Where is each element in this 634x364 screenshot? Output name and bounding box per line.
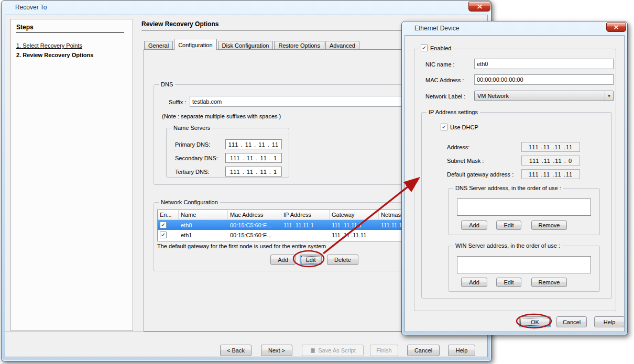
next-button[interactable]: Next > [261, 345, 292, 356]
cell-gateway: 111 .11 .11.11 [330, 232, 379, 238]
delete-button[interactable]: Delete [327, 255, 358, 265]
suffix-note: (Note : separate multiple suffixes with … [162, 113, 281, 119]
use-dhcp-label: Use DHCP [450, 124, 478, 130]
subnet-mask-label: Subnet Mask : [447, 158, 484, 164]
window-title: Recover To [15, 4, 47, 11]
dns-server-group-label: DNS Server address, in the order of use … [453, 185, 563, 191]
name-servers-group: Name Servers Primary DNS: 111 . 11 . 11 … [166, 128, 289, 178]
dns-remove-button[interactable]: Remove [531, 220, 567, 230]
close-icon[interactable] [468, 2, 490, 12]
steps-panel: Steps 1. Select Recovery Points 2. Revie… [10, 19, 133, 331]
dns-group-label: DNS [159, 81, 175, 87]
row-enabled-checkbox[interactable]: ✔ [160, 231, 167, 238]
tertiary-dns-label: Tertiary DNS: [175, 169, 209, 175]
network-label-select[interactable]: VM Network ▼ [474, 91, 614, 101]
nic-name-label: NIC name : [425, 61, 455, 68]
cell-mac: 00:15:C5:60:E... [228, 232, 281, 238]
gateway-note: The default gateway for the first node i… [157, 243, 326, 249]
step-select-recovery-points[interactable]: 1. Select Recovery Points [16, 42, 82, 49]
tab-disk-configuration[interactable]: Disk Configuration [218, 41, 274, 50]
steps-rule [16, 32, 124, 33]
win-edit-button[interactable]: Edit [496, 278, 521, 287]
address-input: 111 .11 .11 .11 [521, 142, 580, 152]
add-button[interactable]: Add [270, 255, 296, 265]
finish-button: Finish [370, 345, 398, 356]
win-add-button[interactable]: Add [461, 278, 487, 287]
dns-server-group: DNS Server address, in the order of use … [448, 188, 600, 235]
col-mac: Mac Address [228, 210, 281, 219]
help-button[interactable]: Help [448, 345, 475, 356]
close-icon[interactable] [606, 23, 626, 32]
col-ip: IP Address [281, 210, 330, 219]
step-review-recovery-options: 2. Review Recovery Options [16, 52, 93, 58]
win-server-group-label: WIN Server address, in the order of use … [453, 242, 562, 249]
page-title: Review Recovery Options [141, 20, 218, 28]
save-as-script-label: Save As Script [318, 347, 356, 354]
win-server-group: WIN Server address, in the order of use … [448, 246, 600, 292]
checkbox-checked-icon: ✔ [441, 124, 447, 130]
cancel-button[interactable]: Cancel [556, 316, 587, 327]
tabstrip: General Configuration Disk Configuration… [144, 38, 360, 50]
enabled-label: Enabled [430, 45, 451, 51]
ok-button[interactable]: OK [519, 316, 551, 327]
nic-name-input[interactable]: eth0 [474, 59, 614, 69]
chevron-down-icon: ▼ [605, 91, 613, 101]
cell-gateway: 111 .11.11.1 [330, 222, 379, 228]
steps-heading: Steps [16, 24, 34, 31]
suffix-label: Suffix : [169, 99, 186, 105]
win-server-listbox[interactable] [457, 256, 591, 273]
mac-address-label: MAC Address : [425, 77, 464, 83]
help-button[interactable]: Help [594, 316, 625, 327]
enabled-checkbox[interactable]: ✔ Enabled [419, 45, 453, 51]
back-button[interactable]: < Back [220, 345, 252, 356]
ip-settings-label: IP Address settings [427, 109, 480, 115]
network-label-value: VM Network [477, 93, 509, 99]
cell-mac: 00:15:C5:60:E... [228, 222, 281, 228]
network-configuration-label: Network Configuration [159, 199, 220, 205]
network-label-label: Network Label : [425, 93, 465, 100]
tab-advanced[interactable]: Advanced [325, 41, 359, 50]
cell-ip: 111 .11.11.1 [281, 222, 330, 228]
mac-address-input[interactable]: 00:00:00:00:00:00 [474, 74, 614, 85]
use-dhcp-checkbox[interactable]: ✔ Use DHCP [441, 124, 478, 130]
tab-restore-options[interactable]: Restore Options [274, 41, 324, 50]
primary-dns-label: Primary DNS: [175, 141, 210, 148]
subnet-mask-input: 111 .11 .11 . 0 [521, 156, 580, 166]
ethernet-device-dialog: Ethernet Device ✔ Enabled NIC name : eth… [401, 21, 628, 335]
col-enabled: En... [158, 210, 179, 219]
cell-name: eth1 [179, 232, 228, 238]
cancel-button[interactable]: Cancel [407, 345, 440, 356]
col-name: Name [179, 210, 228, 219]
save-as-script-button: Save As Script [302, 345, 364, 356]
edit-button[interactable]: Edit [300, 255, 322, 265]
secondary-dns-input[interactable]: 111 . 11 . 11 . 1 [225, 153, 282, 163]
primary-dns-input[interactable]: 111 . 11 . 11 . 11 [225, 139, 282, 149]
name-servers-group-label: Name Servers [171, 125, 212, 131]
tab-configuration[interactable]: Configuration [174, 39, 216, 50]
tertiary-dns-input[interactable]: 111 . 11 . 11 . 1 [225, 167, 282, 177]
default-gateway-label: Default gateway address : [447, 171, 513, 178]
ip-address-settings-group: IP Address settings ✔ Use DHCP Address: … [421, 112, 612, 299]
default-gateway-input: 111 .11 .11 .11 [521, 169, 580, 179]
dns-edit-button[interactable]: Edit [496, 220, 521, 230]
win-remove-button[interactable]: Remove [531, 278, 567, 287]
address-label: Address: [447, 144, 469, 150]
tab-general[interactable]: General [144, 41, 173, 50]
checkbox-checked-icon: ✔ [421, 45, 428, 51]
cell-name: eth0 [179, 222, 228, 228]
secondary-dns-label: Secondary DNS: [175, 155, 218, 161]
dns-server-listbox[interactable] [457, 198, 591, 216]
dns-add-button[interactable]: Add [461, 220, 487, 230]
row-enabled-checkbox[interactable]: ✔ [160, 222, 167, 228]
col-gateway: Gateway [330, 210, 379, 219]
script-icon [310, 347, 316, 354]
dialog-title: Ethernet Device [414, 25, 459, 32]
ethernet-dialog-body: ✔ Enabled NIC name : eth0 MAC Address : … [405, 35, 625, 332]
screen: Recover To Steps 1. Select Recovery Poin… [0, 0, 634, 364]
